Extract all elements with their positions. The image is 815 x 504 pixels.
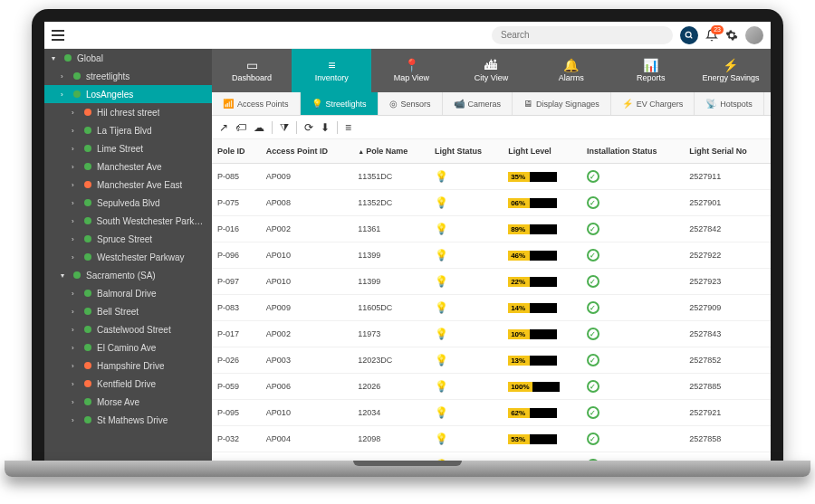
tree-item[interactable]: ›Westchester Parkway <box>44 248 212 266</box>
tree-item[interactable]: ›LosAngeles <box>44 85 212 103</box>
list-icon[interactable]: ≡ <box>345 121 351 134</box>
tag-icon[interactable]: 🏷 <box>235 121 246 134</box>
cell-serial: 2527921 <box>684 400 771 426</box>
tree-item[interactable]: ›South Westchester Parkway <box>44 212 212 230</box>
subtab-sensors[interactable]: ◎Sensors <box>379 92 443 115</box>
tree-label: Sacramento (SA) <box>86 271 156 281</box>
tree-item[interactable]: ›Castelwood Street <box>44 320 212 338</box>
check-icon: ✓ <box>587 433 599 445</box>
column-header[interactable]: Installation Status <box>581 139 684 164</box>
status-dot <box>84 416 91 423</box>
navtab-label: Alarms <box>559 73 584 82</box>
status-dot <box>84 181 91 188</box>
download-icon[interactable]: ⬇ <box>321 121 330 134</box>
table-row[interactable]: P-085AP00911351DC💡35%✓2527911 <box>212 164 771 190</box>
tree-item[interactable]: ›St Mathews Drive <box>44 411 212 429</box>
column-header[interactable]: ▲Pole Name <box>352 139 429 164</box>
cell-install-status: ✓ <box>581 321 684 347</box>
navtab-inventory[interactable]: ≡Inventory <box>292 49 371 92</box>
refresh-icon[interactable]: ⟳ <box>304 121 313 134</box>
tree-item[interactable]: ›Bell Street <box>44 302 212 320</box>
tree-item[interactable]: ›Lime Street <box>44 139 212 157</box>
streetlights-table: Pole IDAccess Point ID▲Pole NameLight St… <box>212 139 771 461</box>
tree-item[interactable]: ›El Camino Ave <box>44 338 212 357</box>
search-button[interactable] <box>680 26 698 44</box>
tree-item[interactable]: ›Manchester Ave East <box>44 176 212 194</box>
status-dot <box>73 72 81 80</box>
column-header[interactable]: Pole ID <box>212 139 261 164</box>
cell-light-level: 06% <box>503 190 581 216</box>
navtab-reports[interactable]: 📊Reports <box>611 49 691 92</box>
column-header[interactable]: Access Point ID <box>261 139 352 164</box>
table-row[interactable]: P-075AP00811352DC💡06%✓2527901 <box>212 190 771 216</box>
subtab-icon: 🖥 <box>523 99 532 109</box>
table-row[interactable]: P-096AP01011399💡46%✓2527922 <box>212 242 771 269</box>
table-row[interactable]: P-017AP00211973💡10%✓2527843 <box>212 321 771 347</box>
table-row[interactable]: P-097AP01011399💡22%✓2527923 <box>212 269 771 295</box>
bulb-icon: 💡 <box>435 328 448 340</box>
avatar[interactable] <box>745 26 763 44</box>
tree-item[interactable]: ›Morse Ave <box>44 393 212 411</box>
subtab-icon: 💡 <box>312 99 322 109</box>
tree-item[interactable]: ›Kentfield Drive <box>44 375 212 393</box>
export-icon[interactable]: ↗ <box>219 121 228 134</box>
check-icon: ✓ <box>587 275 599 288</box>
cell-pole-id: P-095 <box>212 400 261 426</box>
subtab-ev-chargers[interactable]: ⚡EV Chargers <box>611 92 695 115</box>
settings-button[interactable] <box>725 29 738 42</box>
tree-item[interactable]: ›Balmoral Drive <box>44 284 212 302</box>
subtab-label: Streetlights <box>326 100 367 109</box>
tree-item[interactable]: ›Sepulveda Blvd <box>44 194 212 212</box>
tree-item[interactable]: ▾Sacramento (SA) <box>44 266 212 284</box>
subtab-display-signages[interactable]: 🖥Display Signages <box>513 92 611 115</box>
search-input[interactable] <box>492 26 673 44</box>
hamburger-icon[interactable] <box>52 30 64 41</box>
tree-item[interactable]: ›streetlights <box>44 67 212 85</box>
subtab-icon: 📡 <box>705 99 716 109</box>
tree-item[interactable]: ›La Tijera Blvd <box>44 121 212 139</box>
subtab-cameras[interactable]: 📹Cameras <box>443 92 513 115</box>
tree-item[interactable]: ›Spruce Street <box>44 230 212 248</box>
filter-icon[interactable]: ⧩ <box>280 121 289 134</box>
navtab-city-view[interactable]: 🏙City View <box>451 49 531 92</box>
navtab-map-view[interactable]: 📍Map View <box>371 49 451 92</box>
subtab-hotspots[interactable]: 📡Hotspots <box>695 92 764 115</box>
cell-serial: 2527923 <box>684 269 771 295</box>
chevron-icon: › <box>72 398 79 406</box>
cell-pole-name: 11351DC <box>352 164 429 190</box>
status-dot <box>84 235 91 242</box>
navtab-label: Reports <box>637 73 666 82</box>
tree-item[interactable]: ›Hil chrest street <box>44 103 212 121</box>
table-row[interactable]: P-083AP00911605DC💡14%✓2527909 <box>212 295 771 321</box>
navtab-dashboard[interactable]: ▭Dashboard <box>212 49 292 92</box>
status-dot <box>73 90 81 98</box>
notifications-button[interactable]: 23 <box>705 29 718 42</box>
bulb-icon: 💡 <box>435 301 448 314</box>
column-header[interactable]: Light Serial No <box>684 139 771 164</box>
column-header[interactable]: Light Level <box>503 139 581 164</box>
table-row[interactable]: P-026AP00312023DC💡13%✓2527852 <box>212 347 771 374</box>
table-row[interactable]: P-032AP00412098💡53%✓2527858 <box>212 426 771 452</box>
check-icon: ✓ <box>587 196 599 209</box>
subtab-access-points[interactable]: 📶Access Points <box>212 92 301 115</box>
navtab-alarms[interactable]: 🔔Alarms <box>532 49 611 92</box>
cloud-icon[interactable]: ☁ <box>254 121 264 134</box>
tree-item[interactable]: ›Manchester Ave <box>44 157 212 176</box>
navtab-energy-savings[interactable]: ⚡Energy Savings <box>691 49 771 92</box>
subtab-streetlights[interactable]: 💡Streetlights <box>301 92 379 115</box>
cell-pole-name: 12034 <box>352 400 429 426</box>
column-header[interactable]: Light Status <box>429 139 503 164</box>
status-dot <box>84 145 91 152</box>
tree-item[interactable]: ›Hampshire Drive <box>44 357 212 375</box>
cell-pole-name: 12098 <box>352 426 429 452</box>
table-row[interactable]: P-016AP00211361💡89%✓2527842 <box>212 216 771 242</box>
cell-light-level: 100% <box>503 374 581 400</box>
table-row[interactable]: P-095AP01012034💡62%✓2527921 <box>212 400 771 426</box>
check-icon: ✓ <box>587 328 599 340</box>
cell-light-level: 62% <box>503 400 581 426</box>
tree-item[interactable]: ▾Global <box>44 49 212 67</box>
table-row[interactable]: P-059AP00612026💡100%✓2527885 <box>212 374 771 400</box>
subtab-label: EV Chargers <box>637 100 684 109</box>
cell-ap-id: AP009 <box>261 164 352 190</box>
cell-light-level: 46% <box>503 242 581 269</box>
